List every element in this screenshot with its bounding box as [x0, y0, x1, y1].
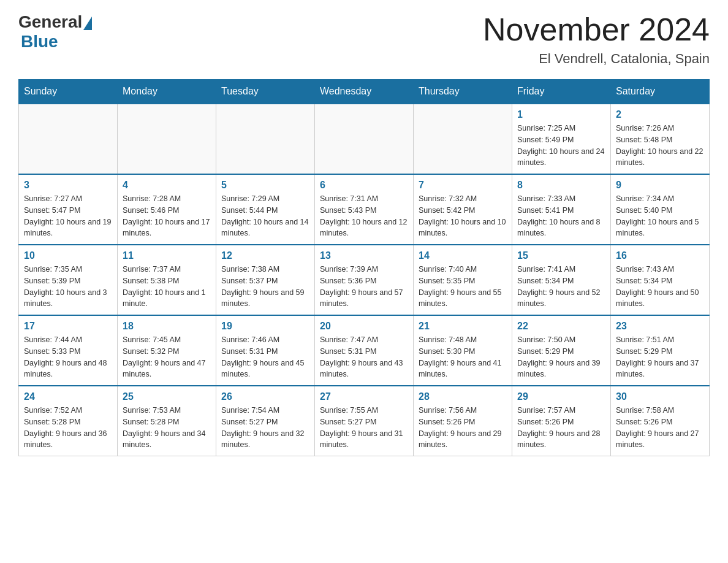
- day-number: 26: [221, 391, 309, 402]
- day-number: 15: [517, 250, 605, 261]
- day-info: Sunrise: 7:51 AMSunset: 5:29 PMDaylight:…: [616, 334, 704, 380]
- day-number: 4: [123, 180, 211, 191]
- location-title: El Vendrell, Catalonia, Spain: [483, 51, 710, 67]
- day-number: 16: [616, 250, 704, 261]
- day-info: Sunrise: 7:34 AMSunset: 5:40 PMDaylight:…: [616, 193, 704, 239]
- day-info: Sunrise: 7:35 AMSunset: 5:39 PMDaylight:…: [24, 264, 112, 310]
- day-info: Sunrise: 7:28 AMSunset: 5:46 PMDaylight:…: [123, 193, 211, 239]
- day-number: 3: [24, 180, 112, 191]
- day-info: Sunrise: 7:29 AMSunset: 5:44 PMDaylight:…: [221, 193, 309, 239]
- calendar-cell: [414, 104, 512, 174]
- calendar-cell: 22Sunrise: 7:50 AMSunset: 5:29 PMDayligh…: [512, 315, 611, 386]
- day-number: 12: [221, 250, 309, 261]
- day-of-week-header-friday: Friday: [512, 80, 611, 104]
- calendar-cell: 24Sunrise: 7:52 AMSunset: 5:28 PMDayligh…: [19, 386, 118, 456]
- page-header: General Blue November 2024 El Vendrell, …: [18, 12, 710, 67]
- day-number: 27: [320, 391, 408, 402]
- calendar-cell: 7Sunrise: 7:32 AMSunset: 5:42 PMDaylight…: [414, 174, 512, 245]
- day-info: Sunrise: 7:56 AMSunset: 5:26 PMDaylight:…: [419, 405, 507, 451]
- day-info: Sunrise: 7:50 AMSunset: 5:29 PMDaylight:…: [517, 334, 605, 380]
- calendar-cell: [19, 104, 118, 174]
- calendar-cell: 30Sunrise: 7:58 AMSunset: 5:26 PMDayligh…: [611, 386, 710, 456]
- day-info: Sunrise: 7:33 AMSunset: 5:41 PMDaylight:…: [517, 193, 605, 239]
- logo-triangle-icon: [83, 17, 92, 30]
- day-of-week-header-tuesday: Tuesday: [216, 80, 315, 104]
- day-info: Sunrise: 7:47 AMSunset: 5:31 PMDaylight:…: [320, 334, 408, 380]
- calendar-cell: 27Sunrise: 7:55 AMSunset: 5:27 PMDayligh…: [315, 386, 414, 456]
- calendar-cell: 14Sunrise: 7:40 AMSunset: 5:35 PMDayligh…: [414, 245, 512, 315]
- day-info: Sunrise: 7:44 AMSunset: 5:33 PMDaylight:…: [24, 334, 112, 380]
- day-info: Sunrise: 7:46 AMSunset: 5:31 PMDaylight:…: [221, 334, 309, 380]
- calendar-cell: 15Sunrise: 7:41 AMSunset: 5:34 PMDayligh…: [512, 245, 611, 315]
- calendar-table: SundayMondayTuesdayWednesdayThursdayFrid…: [18, 79, 710, 456]
- calendar-cell: 10Sunrise: 7:35 AMSunset: 5:39 PMDayligh…: [19, 245, 118, 315]
- day-info: Sunrise: 7:54 AMSunset: 5:27 PMDaylight:…: [221, 405, 309, 451]
- day-number: 24: [24, 391, 112, 402]
- calendar-cell: 5Sunrise: 7:29 AMSunset: 5:44 PMDaylight…: [216, 174, 315, 245]
- calendar-cell: 9Sunrise: 7:34 AMSunset: 5:40 PMDaylight…: [611, 174, 710, 245]
- logo-general-text: General: [18, 12, 82, 32]
- calendar-cell: [216, 104, 315, 174]
- day-number: 13: [320, 250, 408, 261]
- day-info: Sunrise: 7:27 AMSunset: 5:47 PMDaylight:…: [24, 193, 112, 239]
- calendar-cell: 23Sunrise: 7:51 AMSunset: 5:29 PMDayligh…: [611, 315, 710, 386]
- calendar-week-row: 1Sunrise: 7:25 AMSunset: 5:49 PMDaylight…: [19, 104, 710, 174]
- calendar-cell: 13Sunrise: 7:39 AMSunset: 5:36 PMDayligh…: [315, 245, 414, 315]
- calendar-cell: 6Sunrise: 7:31 AMSunset: 5:43 PMDaylight…: [315, 174, 414, 245]
- calendar-cell: 26Sunrise: 7:54 AMSunset: 5:27 PMDayligh…: [216, 386, 315, 456]
- day-number: 7: [419, 180, 507, 191]
- day-number: 1: [517, 109, 605, 120]
- day-info: Sunrise: 7:57 AMSunset: 5:26 PMDaylight:…: [517, 405, 605, 451]
- day-number: 28: [419, 391, 507, 402]
- calendar-cell: 29Sunrise: 7:57 AMSunset: 5:26 PMDayligh…: [512, 386, 611, 456]
- day-number: 6: [320, 180, 408, 191]
- day-info: Sunrise: 7:45 AMSunset: 5:32 PMDaylight:…: [123, 334, 211, 380]
- calendar-cell: 12Sunrise: 7:38 AMSunset: 5:37 PMDayligh…: [216, 245, 315, 315]
- calendar-cell: 11Sunrise: 7:37 AMSunset: 5:38 PMDayligh…: [118, 245, 216, 315]
- calendar-cell: 18Sunrise: 7:45 AMSunset: 5:32 PMDayligh…: [118, 315, 216, 386]
- day-info: Sunrise: 7:32 AMSunset: 5:42 PMDaylight:…: [419, 193, 507, 239]
- day-number: 11: [123, 250, 211, 261]
- day-info: Sunrise: 7:40 AMSunset: 5:35 PMDaylight:…: [419, 264, 507, 310]
- day-number: 8: [517, 180, 605, 191]
- calendar-cell: 8Sunrise: 7:33 AMSunset: 5:41 PMDaylight…: [512, 174, 611, 245]
- day-of-week-header-sunday: Sunday: [19, 80, 118, 104]
- day-info: Sunrise: 7:39 AMSunset: 5:36 PMDaylight:…: [320, 264, 408, 310]
- calendar-week-row: 10Sunrise: 7:35 AMSunset: 5:39 PMDayligh…: [19, 245, 710, 315]
- day-info: Sunrise: 7:25 AMSunset: 5:49 PMDaylight:…: [517, 123, 605, 169]
- day-number: 19: [221, 321, 309, 332]
- day-info: Sunrise: 7:37 AMSunset: 5:38 PMDaylight:…: [123, 264, 211, 310]
- calendar-body: 1Sunrise: 7:25 AMSunset: 5:49 PMDaylight…: [19, 104, 710, 456]
- calendar-cell: 28Sunrise: 7:56 AMSunset: 5:26 PMDayligh…: [414, 386, 512, 456]
- calendar-cell: 2Sunrise: 7:26 AMSunset: 5:48 PMDaylight…: [611, 104, 710, 174]
- day-number: 29: [517, 391, 605, 402]
- calendar-cell: [118, 104, 216, 174]
- calendar-week-row: 17Sunrise: 7:44 AMSunset: 5:33 PMDayligh…: [19, 315, 710, 386]
- month-title: November 2024: [483, 12, 710, 47]
- calendar-cell: 1Sunrise: 7:25 AMSunset: 5:49 PMDaylight…: [512, 104, 611, 174]
- day-info: Sunrise: 7:48 AMSunset: 5:30 PMDaylight:…: [419, 334, 507, 380]
- title-section: November 2024 El Vendrell, Catalonia, Sp…: [483, 12, 710, 67]
- logo-blue-text: Blue: [21, 32, 58, 52]
- day-info: Sunrise: 7:41 AMSunset: 5:34 PMDaylight:…: [517, 264, 605, 310]
- day-info: Sunrise: 7:26 AMSunset: 5:48 PMDaylight:…: [616, 123, 704, 169]
- day-info: Sunrise: 7:58 AMSunset: 5:26 PMDaylight:…: [616, 405, 704, 451]
- calendar-cell: 17Sunrise: 7:44 AMSunset: 5:33 PMDayligh…: [19, 315, 118, 386]
- day-number: 22: [517, 321, 605, 332]
- calendar-cell: 16Sunrise: 7:43 AMSunset: 5:34 PMDayligh…: [611, 245, 710, 315]
- day-number: 5: [221, 180, 309, 191]
- day-info: Sunrise: 7:53 AMSunset: 5:28 PMDaylight:…: [123, 405, 211, 451]
- calendar-cell: 21Sunrise: 7:48 AMSunset: 5:30 PMDayligh…: [414, 315, 512, 386]
- day-number: 17: [24, 321, 112, 332]
- day-info: Sunrise: 7:43 AMSunset: 5:34 PMDaylight:…: [616, 264, 704, 310]
- day-number: 10: [24, 250, 112, 261]
- day-info: Sunrise: 7:31 AMSunset: 5:43 PMDaylight:…: [320, 193, 408, 239]
- calendar-header-row: SundayMondayTuesdayWednesdayThursdayFrid…: [19, 80, 710, 104]
- day-of-week-header-monday: Monday: [118, 80, 216, 104]
- day-number: 9: [616, 180, 704, 191]
- day-number: 20: [320, 321, 408, 332]
- day-info: Sunrise: 7:55 AMSunset: 5:27 PMDaylight:…: [320, 405, 408, 451]
- day-number: 2: [616, 109, 704, 120]
- day-of-week-header-wednesday: Wednesday: [315, 80, 414, 104]
- day-number: 25: [123, 391, 211, 402]
